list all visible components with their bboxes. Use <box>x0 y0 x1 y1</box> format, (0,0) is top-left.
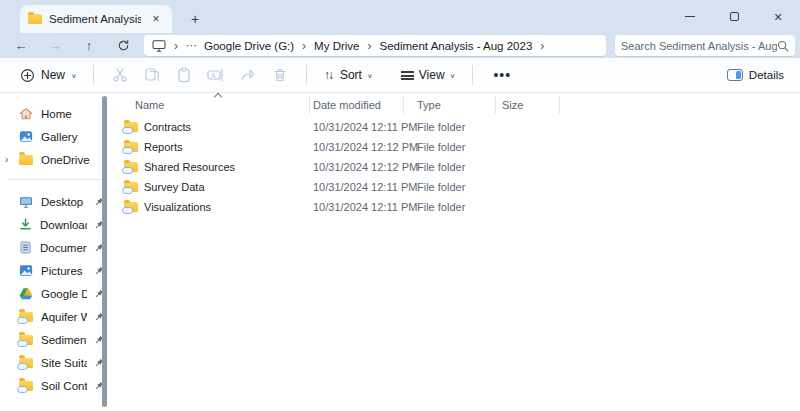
file-row-visualizations[interactable]: Visualizations 10/31/2024 12:11 PM File … <box>110 197 800 217</box>
file-date-modified: 10/31/2024 12:11 PM <box>313 201 417 213</box>
toolbar-divider <box>472 65 473 85</box>
sidebar-item-label: Home <box>41 108 104 120</box>
view-button[interactable]: View ∨ <box>394 64 463 86</box>
address-bar[interactable]: › ⋯ Google Drive (G:) › My Drive › Sedim… <box>144 35 606 56</box>
file-name: Shared Resources <box>144 161 235 173</box>
sort-button[interactable]: ↑↓ Sort ∨ <box>317 64 380 86</box>
cut-icon <box>112 67 128 83</box>
sidebar-item-soil-contamination[interactable]: Soil Contami <box>0 374 110 397</box>
home-icon <box>19 107 33 120</box>
pictures-icon <box>19 264 33 277</box>
minimize-icon <box>685 16 695 17</box>
back-button[interactable]: ← <box>8 36 34 56</box>
view-button-label: View <box>419 68 445 82</box>
file-name: Visualizations <box>144 201 211 213</box>
synced-folder-icon <box>19 312 33 322</box>
column-headers: Name Date modified Type Size <box>110 93 800 117</box>
new-button-label: New <box>41 68 65 82</box>
window-controls: × <box>668 0 800 33</box>
file-row-shared-resources[interactable]: Shared Resources 10/31/2024 12:12 PM Fil… <box>110 157 800 177</box>
breadcrumb-chevron-icon: › <box>172 39 180 53</box>
titlebar: Sediment Analysis - Aug 2023 × + × <box>0 0 800 33</box>
sidebar-item-label: Documents <box>40 242 87 254</box>
cut-button[interactable] <box>104 62 136 88</box>
file-row-reports[interactable]: Reports 10/31/2024 12:12 PM File folder <box>110 137 800 157</box>
sidebar-item-onedrive[interactable]: › OneDrive <box>0 148 110 171</box>
sidebar-item-gallery[interactable]: Gallery <box>0 125 110 148</box>
share-icon <box>240 67 256 83</box>
expand-chevron-icon[interactable]: › <box>5 154 8 165</box>
details-toggle-button[interactable]: Details <box>727 69 784 81</box>
sidebar-item-pictures[interactable]: Pictures <box>0 259 110 282</box>
new-tab-button[interactable]: + <box>186 10 204 28</box>
search-box[interactable] <box>615 35 795 56</box>
rename-button[interactable]: A <box>200 62 232 88</box>
breadcrumb-overflow-button[interactable]: ⋯ <box>186 39 198 52</box>
sidebar-item-desktop[interactable]: Desktop <box>0 190 110 213</box>
sidebar-item-sediment[interactable]: Sediment An <box>0 328 110 351</box>
share-button[interactable] <box>232 62 264 88</box>
navigation-bar: ← → ↑ › ⋯ Google Drive (G:) › My Drive ›… <box>0 33 800 58</box>
breadcrumb-chevron-icon: › <box>538 39 546 53</box>
file-type: File folder <box>417 141 465 153</box>
explorer-tab[interactable]: Sediment Analysis - Aug 2023 × <box>20 5 172 33</box>
sidebar-separator <box>8 179 102 180</box>
column-divider[interactable] <box>559 96 560 114</box>
sidebar-item-label: OneDrive <box>41 154 104 166</box>
rename-icon: A <box>207 67 224 83</box>
sidebar-item-label: Downloads <box>40 219 87 231</box>
maximize-icon <box>730 12 739 21</box>
paste-icon <box>176 67 192 83</box>
breadcrumb-item-current[interactable]: Sediment Analysis - Aug 2023 <box>379 40 532 52</box>
new-button[interactable]: New ∨ <box>14 64 83 87</box>
synced-folder-icon <box>19 358 33 368</box>
toolbar-divider <box>93 65 94 85</box>
chevron-down-icon: ∨ <box>450 71 456 78</box>
maximize-button[interactable] <box>712 2 756 32</box>
column-divider[interactable] <box>309 96 310 114</box>
navigation-sidebar: Home Gallery › OneDrive Desktop Download… <box>0 93 110 411</box>
close-button[interactable]: × <box>756 2 800 32</box>
sort-icon: ↑↓ <box>324 68 335 82</box>
explorer-body: Home Gallery › OneDrive Desktop Download… <box>0 93 800 411</box>
folder-icon <box>19 155 33 165</box>
file-row-survey-data[interactable]: Survey Data 10/31/2024 12:11 PM File fol… <box>110 177 800 197</box>
sidebar-item-downloads[interactable]: Downloads <box>0 213 110 236</box>
column-divider[interactable] <box>495 96 496 114</box>
plus-circle-icon <box>20 68 35 83</box>
file-row-contracts[interactable]: Contracts 10/31/2024 12:11 PM File folde… <box>110 117 800 137</box>
column-header-name[interactable]: Name <box>135 93 164 117</box>
column-header-size[interactable]: Size <box>502 93 523 117</box>
breadcrumb-item-my-drive[interactable]: My Drive <box>314 40 359 52</box>
folder-icon <box>28 14 42 24</box>
paste-button[interactable] <box>168 62 200 88</box>
up-button[interactable]: ↑ <box>76 36 102 56</box>
tab-close-button[interactable]: × <box>148 11 164 27</box>
sidebar-item-site-suitability[interactable]: Site Suitabilit <box>0 351 110 374</box>
see-more-button[interactable]: ••• <box>483 67 521 83</box>
column-divider[interactable] <box>403 96 404 114</box>
refresh-button[interactable] <box>110 36 136 56</box>
column-header-type[interactable]: Type <box>417 93 441 117</box>
copy-button[interactable] <box>136 62 168 88</box>
sidebar-item-documents[interactable]: Documents <box>0 236 110 259</box>
sidebar-item-label: Aquifer Wate <box>41 311 87 323</box>
sidebar-item-label: Site Suitabilit <box>41 357 87 369</box>
search-input[interactable] <box>621 40 777 52</box>
minimize-button[interactable] <box>668 2 712 32</box>
sidebar-item-home[interactable]: Home <box>0 102 110 125</box>
sidebar-item-google-drive[interactable]: Google Drive <box>0 282 110 305</box>
sidebar-item-aquifer[interactable]: Aquifer Wate <box>0 305 110 328</box>
sidebar-item-label: Sediment An <box>41 334 87 346</box>
sidebar-item-label: Pictures <box>41 265 87 277</box>
sidebar-item-label: Google Drive <box>41 288 87 300</box>
copy-icon <box>144 67 160 83</box>
svg-text:A: A <box>211 72 216 79</box>
file-type: File folder <box>417 201 465 213</box>
breadcrumb-chevron-icon: › <box>300 39 308 53</box>
forward-button[interactable]: → <box>42 36 68 56</box>
breadcrumb-item-drive[interactable]: Google Drive (G:) <box>204 40 294 52</box>
column-header-date-modified[interactable]: Date modified <box>313 93 381 117</box>
sidebar-scrollbar[interactable] <box>102 96 107 407</box>
delete-button[interactable] <box>264 62 296 88</box>
